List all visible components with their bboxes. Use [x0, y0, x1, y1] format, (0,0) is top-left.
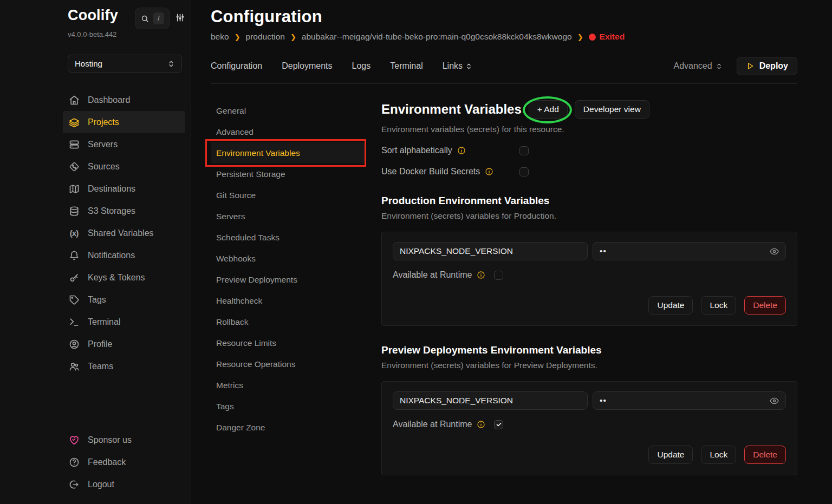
update-button[interactable]: Update [648, 296, 693, 315]
env-key-input[interactable] [393, 242, 588, 260]
sidebar-item-label: Notifications [88, 251, 135, 260]
panel-title: Environment Variables [381, 102, 522, 117]
sidebar-item-label: Teams [88, 362, 113, 371]
sidebar-item-notifications[interactable]: Notifications [63, 244, 185, 266]
submenu-item-rollback[interactable]: Rollback [211, 311, 365, 332]
advanced-dropdown[interactable]: Advanced [673, 61, 722, 71]
submenu-item-advanced[interactable]: Advanced [211, 121, 365, 142]
submenu-item-danger-zone[interactable]: Danger Zone [211, 417, 365, 438]
map-icon [68, 184, 80, 194]
sidebar-item-tags[interactable]: Tags [63, 289, 185, 311]
available-at-runtime-checkbox[interactable] [494, 420, 503, 429]
sidebar-item-teams[interactable]: Teams [63, 355, 185, 377]
env-key-input[interactable] [393, 391, 588, 410]
status-badge: Exited [589, 32, 625, 42]
sidebar-item-keys-tokens[interactable]: Keys & Tokens [63, 266, 185, 289]
heart-icon [68, 435, 80, 446]
submenu-item-tags[interactable]: Tags [211, 396, 365, 417]
deploy-button[interactable]: Deploy [737, 57, 797, 75]
lock-button[interactable]: Lock [701, 296, 736, 315]
submenu-item-healthcheck[interactable]: Healthcheck [211, 290, 365, 311]
preview-env-variable-card: Available at Runtime Update Lock Delete [381, 381, 797, 475]
submenu-item-general[interactable]: General [211, 100, 365, 121]
sidebar-item-terminal[interactable]: Terminal [63, 311, 185, 333]
submenu-item-metrics[interactable]: Metrics [211, 375, 365, 396]
breadcrumb-resource[interactable]: abubakar--meigag/vid-tube-beko-pro:main-… [302, 32, 572, 42]
breadcrumb-environment[interactable]: production [246, 32, 285, 42]
submenu-item-resource-limits[interactable]: Resource Limits [211, 332, 365, 354]
settings-submenu: General Advanced Environment Variables P… [211, 100, 365, 475]
sidebar-item-projects[interactable]: Projects [63, 111, 185, 133]
info-icon[interactable] [477, 420, 485, 429]
search-button[interactable]: / [135, 8, 170, 29]
sidebar-item-label: Shared Variables [88, 228, 154, 238]
team-select[interactable]: Hosting [68, 55, 182, 73]
sidebar-item-label: Servers [88, 140, 118, 149]
env-value-input[interactable] [593, 242, 786, 260]
layers-icon [68, 117, 80, 128]
tab-configuration[interactable]: Configuration [211, 61, 262, 71]
sidebar-item-label: Feedback [88, 457, 126, 467]
available-at-runtime-label: Available at Runtime [393, 420, 472, 429]
bell-icon [68, 250, 80, 261]
update-button[interactable]: Update [648, 446, 693, 464]
submenu-item-preview-deployments[interactable]: Preview Deployments [211, 269, 365, 290]
sidebar-item-dashboard[interactable]: Dashboard [63, 89, 185, 111]
tab-terminal[interactable]: Terminal [390, 61, 422, 71]
delete-button[interactable]: Delete [744, 446, 786, 464]
available-at-runtime-checkbox[interactable] [494, 271, 503, 280]
submenu-item-git-source[interactable]: Git Source [211, 185, 365, 206]
main-content: Configuration beko ❯ production ❯ abubak… [191, 0, 832, 504]
tab-logs[interactable]: Logs [352, 61, 371, 71]
env-value-input[interactable] [593, 391, 786, 410]
tab-deployments[interactable]: Deployments [282, 61, 332, 71]
sidebar-item-label: Sponsor us [88, 435, 132, 445]
breadcrumb-team[interactable]: beko [211, 32, 229, 42]
eye-icon[interactable] [769, 396, 779, 406]
parentheses-x-icon: (x) [68, 228, 80, 238]
sidebar: Coolify / v4.0.0-beta.442 Hosting Dashbo [0, 0, 191, 504]
chevron-right-icon: ❯ [290, 33, 296, 41]
submenu-item-resource-operations[interactable]: Resource Operations [211, 354, 365, 375]
sidebar-item-shared-variables[interactable]: (x) Shared Variables [63, 222, 185, 244]
team-select-value: Hosting [75, 59, 102, 68]
submenu-item-environment-variables[interactable]: Environment Variables [211, 142, 365, 163]
sidebar-item-logout[interactable]: Logout [63, 473, 185, 495]
submenu-item-scheduled-tasks[interactable]: Scheduled Tasks [211, 227, 365, 248]
eye-icon[interactable] [769, 246, 779, 257]
sidebar-item-profile[interactable]: Profile [63, 333, 185, 355]
delete-button[interactable]: Delete [744, 296, 786, 315]
sidebar-item-feedback[interactable]: Feedback [63, 451, 185, 473]
settings-sliders-icon[interactable] [175, 12, 185, 23]
production-env-variable-card: Available at Runtime Update Lock Delete [381, 232, 797, 326]
info-icon[interactable] [457, 146, 466, 155]
sidebar-item-sources[interactable]: Sources [63, 155, 185, 178]
sidebar-item-servers[interactable]: Servers [63, 133, 185, 155]
user-circle-icon [68, 339, 80, 350]
docker-build-secrets-checkbox[interactable] [519, 167, 529, 176]
environment-variables-panel: Environment Variables + Add Developer vi… [381, 100, 797, 475]
sort-alphabetically-row: Sort alphabetically [381, 146, 797, 155]
add-env-variable-button[interactable]: + Add [529, 100, 568, 119]
sidebar-item-sponsor-us[interactable]: Sponsor us [63, 429, 185, 451]
logout-icon [68, 479, 80, 490]
tab-links[interactable]: Links [443, 61, 472, 71]
info-icon[interactable] [485, 167, 493, 176]
sidebar-item-label: Destinations [88, 184, 135, 194]
sidebar-item-s3-storages[interactable]: S3 Storages [63, 200, 185, 222]
help-circle-icon [68, 457, 80, 468]
sidebar-nav: Dashboard Projects Servers Sources Desti… [63, 89, 185, 377]
info-icon[interactable] [477, 271, 485, 279]
submenu-item-webhooks[interactable]: Webhooks [211, 248, 365, 269]
developer-view-button[interactable]: Developer view [575, 100, 649, 119]
status-label: Exited [600, 32, 625, 42]
lock-button[interactable]: Lock [701, 446, 736, 464]
sort-alphabetically-checkbox[interactable] [519, 146, 529, 155]
preview-section-subtitle: Environment (secrets) variables for Prev… [381, 361, 797, 370]
panel-subtitle: Environment variables (secrets) for this… [381, 125, 797, 134]
submenu-item-persistent-storage[interactable]: Persistent Storage [211, 163, 365, 185]
sidebar-item-destinations[interactable]: Destinations [63, 178, 185, 200]
page-title: Configuration [211, 7, 797, 27]
submenu-item-servers[interactable]: Servers [211, 206, 365, 227]
sort-alphabetically-label: Sort alphabetically [381, 146, 452, 155]
